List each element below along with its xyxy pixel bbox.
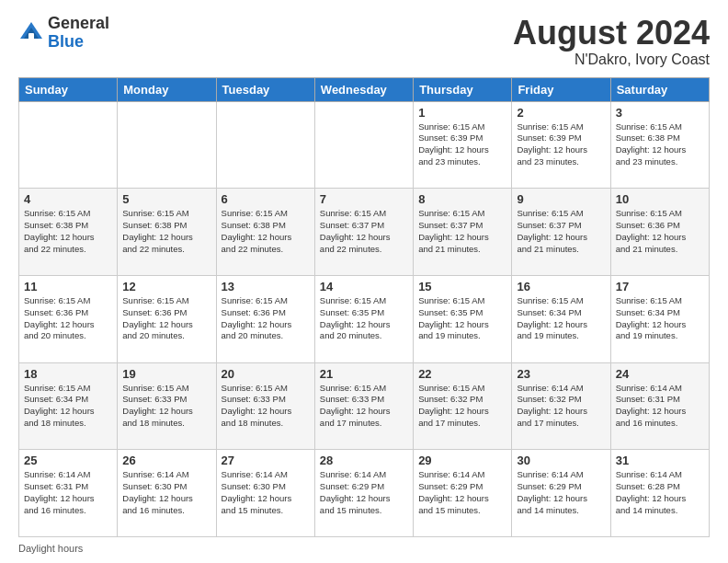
day-number: 8	[418, 192, 506, 206]
day-detail: Sunrise: 6:15 AM Sunset: 6:33 PM Dayligh…	[222, 383, 310, 430]
col-friday: Friday	[512, 77, 610, 101]
calendar-cell: 26Sunrise: 6:14 AM Sunset: 6:30 PM Dayli…	[118, 450, 216, 537]
day-number: 6	[222, 192, 310, 206]
logo: General Blue	[18, 15, 109, 52]
day-number: 27	[222, 454, 310, 467]
day-detail: Sunrise: 6:15 AM Sunset: 6:37 PM Dayligh…	[320, 208, 408, 255]
calendar-cell	[118, 101, 216, 189]
day-number: 25	[24, 454, 112, 467]
day-number: 12	[122, 280, 210, 293]
calendar-week-row-5: 25Sunrise: 6:14 AM Sunset: 6:31 PM Dayli…	[19, 450, 710, 537]
calendar-cell: 15Sunrise: 6:15 AM Sunset: 6:35 PM Dayli…	[414, 275, 512, 362]
header: General Blue August 2024 N'Dakro, Ivory …	[18, 15, 710, 68]
day-detail: Sunrise: 6:15 AM Sunset: 6:34 PM Dayligh…	[616, 295, 704, 342]
day-number: 31	[616, 454, 704, 467]
calendar-cell: 17Sunrise: 6:15 AM Sunset: 6:34 PM Dayli…	[610, 275, 709, 362]
calendar-cell: 25Sunrise: 6:14 AM Sunset: 6:31 PM Dayli…	[19, 450, 118, 537]
calendar-cell: 10Sunrise: 6:15 AM Sunset: 6:36 PM Dayli…	[610, 189, 709, 276]
day-detail: Sunrise: 6:15 AM Sunset: 6:39 PM Dayligh…	[418, 121, 506, 168]
day-number: 19	[122, 367, 210, 381]
logo-blue-text: Blue	[48, 32, 84, 51]
logo-general-text: General	[48, 14, 109, 32]
day-number: 10	[616, 192, 704, 206]
day-number: 9	[517, 192, 605, 206]
calendar-cell: 21Sunrise: 6:15 AM Sunset: 6:33 PM Dayli…	[314, 362, 413, 450]
day-number: 29	[418, 454, 506, 467]
calendar-week-row-2: 4Sunrise: 6:15 AM Sunset: 6:38 PM Daylig…	[19, 189, 710, 276]
day-detail: Sunrise: 6:15 AM Sunset: 6:33 PM Dayligh…	[122, 383, 210, 430]
calendar-table: Sunday Monday Tuesday Wednesday Thursday…	[18, 77, 710, 537]
calendar-cell: 28Sunrise: 6:14 AM Sunset: 6:29 PM Dayli…	[314, 450, 413, 537]
calendar-cell: 14Sunrise: 6:15 AM Sunset: 6:35 PM Dayli…	[314, 275, 413, 362]
col-monday: Monday	[118, 77, 216, 101]
day-detail: Sunrise: 6:15 AM Sunset: 6:34 PM Dayligh…	[517, 295, 605, 342]
calendar-cell: 7Sunrise: 6:15 AM Sunset: 6:37 PM Daylig…	[314, 189, 413, 276]
calendar-cell: 6Sunrise: 6:15 AM Sunset: 6:38 PM Daylig…	[216, 189, 314, 276]
day-detail: Sunrise: 6:14 AM Sunset: 6:31 PM Dayligh…	[24, 469, 112, 516]
day-detail: Sunrise: 6:15 AM Sunset: 6:35 PM Dayligh…	[320, 295, 408, 342]
day-number: 26	[122, 454, 210, 467]
day-detail: Sunrise: 6:15 AM Sunset: 6:33 PM Dayligh…	[320, 383, 408, 430]
daylight-label: Daylight hours	[18, 543, 83, 554]
calendar-cell: 18Sunrise: 6:15 AM Sunset: 6:34 PM Dayli…	[19, 362, 118, 450]
day-number: 23	[517, 367, 605, 381]
location: N'Dakro, Ivory Coast	[513, 52, 710, 68]
day-number: 18	[24, 367, 112, 381]
calendar-cell: 5Sunrise: 6:15 AM Sunset: 6:38 PM Daylig…	[118, 189, 216, 276]
title-area: August 2024 N'Dakro, Ivory Coast	[513, 15, 710, 68]
day-detail: Sunrise: 6:15 AM Sunset: 6:35 PM Dayligh…	[418, 295, 506, 342]
calendar-cell: 9Sunrise: 6:15 AM Sunset: 6:37 PM Daylig…	[512, 189, 610, 276]
footer: Daylight hours	[18, 543, 710, 554]
col-tuesday: Tuesday	[216, 77, 314, 101]
calendar-cell: 4Sunrise: 6:15 AM Sunset: 6:38 PM Daylig…	[19, 189, 118, 276]
day-number: 13	[222, 280, 310, 293]
calendar-cell: 24Sunrise: 6:14 AM Sunset: 6:31 PM Dayli…	[610, 362, 709, 450]
calendar-cell	[19, 101, 118, 189]
calendar-cell: 8Sunrise: 6:15 AM Sunset: 6:37 PM Daylig…	[414, 189, 512, 276]
day-detail: Sunrise: 6:15 AM Sunset: 6:36 PM Dayligh…	[616, 208, 704, 255]
day-detail: Sunrise: 6:15 AM Sunset: 6:38 PM Dayligh…	[24, 208, 112, 255]
day-number: 15	[418, 280, 506, 293]
col-sunday: Sunday	[19, 77, 118, 101]
day-detail: Sunrise: 6:15 AM Sunset: 6:38 PM Dayligh…	[122, 208, 210, 255]
day-number: 5	[122, 192, 210, 206]
calendar-header-row: Sunday Monday Tuesday Wednesday Thursday…	[19, 77, 710, 101]
calendar-cell: 19Sunrise: 6:15 AM Sunset: 6:33 PM Dayli…	[118, 362, 216, 450]
col-wednesday: Wednesday	[314, 77, 413, 101]
day-detail: Sunrise: 6:14 AM Sunset: 6:29 PM Dayligh…	[320, 469, 408, 516]
day-number: 30	[517, 454, 605, 467]
day-number: 2	[517, 106, 605, 120]
day-number: 21	[320, 367, 408, 381]
calendar-cell: 12Sunrise: 6:15 AM Sunset: 6:36 PM Dayli…	[118, 275, 216, 362]
day-detail: Sunrise: 6:15 AM Sunset: 6:39 PM Dayligh…	[517, 121, 605, 168]
calendar-week-row-3: 11Sunrise: 6:15 AM Sunset: 6:36 PM Dayli…	[19, 275, 710, 362]
calendar-cell: 31Sunrise: 6:14 AM Sunset: 6:28 PM Dayli…	[610, 450, 709, 537]
calendar-week-row-1: 1Sunrise: 6:15 AM Sunset: 6:39 PM Daylig…	[19, 101, 710, 189]
day-detail: Sunrise: 6:15 AM Sunset: 6:37 PM Dayligh…	[517, 208, 605, 255]
page: General Blue August 2024 N'Dakro, Ivory …	[0, 0, 728, 563]
day-number: 17	[616, 280, 704, 293]
calendar-cell	[216, 101, 314, 189]
calendar-cell: 29Sunrise: 6:14 AM Sunset: 6:29 PM Dayli…	[414, 450, 512, 537]
calendar-cell: 27Sunrise: 6:14 AM Sunset: 6:30 PM Dayli…	[216, 450, 314, 537]
day-number: 14	[320, 280, 408, 293]
day-detail: Sunrise: 6:15 AM Sunset: 6:36 PM Dayligh…	[122, 295, 210, 342]
day-number: 1	[418, 106, 506, 120]
calendar-cell	[314, 101, 413, 189]
day-detail: Sunrise: 6:15 AM Sunset: 6:36 PM Dayligh…	[222, 295, 310, 342]
day-detail: Sunrise: 6:14 AM Sunset: 6:30 PM Dayligh…	[122, 469, 210, 516]
month-year: August 2024	[513, 15, 710, 52]
calendar-cell: 3Sunrise: 6:15 AM Sunset: 6:38 PM Daylig…	[610, 101, 709, 189]
svg-rect-2	[28, 33, 34, 40]
day-detail: Sunrise: 6:14 AM Sunset: 6:31 PM Dayligh…	[616, 383, 704, 430]
day-detail: Sunrise: 6:15 AM Sunset: 6:32 PM Dayligh…	[418, 383, 506, 430]
day-number: 28	[320, 454, 408, 467]
day-number: 11	[24, 280, 112, 293]
day-detail: Sunrise: 6:14 AM Sunset: 6:28 PM Dayligh…	[616, 469, 704, 516]
day-number: 20	[222, 367, 310, 381]
calendar-week-row-4: 18Sunrise: 6:15 AM Sunset: 6:34 PM Dayli…	[19, 362, 710, 450]
day-detail: Sunrise: 6:14 AM Sunset: 6:32 PM Dayligh…	[517, 383, 605, 430]
day-number: 24	[616, 367, 704, 381]
day-number: 4	[24, 192, 112, 206]
day-detail: Sunrise: 6:15 AM Sunset: 6:34 PM Dayligh…	[24, 383, 112, 430]
